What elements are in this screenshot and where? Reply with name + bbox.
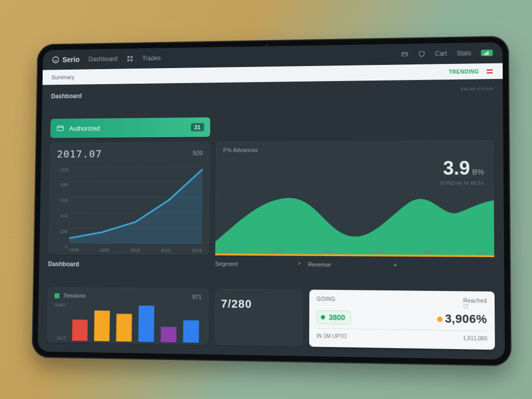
- bar-chart-card: Sessions 971 M467 M12: [47, 287, 209, 345]
- nav-trades[interactable]: Trades: [142, 55, 161, 62]
- logo-icon: [51, 56, 59, 64]
- divider: [316, 328, 487, 331]
- content: Dashboard SALES CYCLE Authorized 21: [37, 79, 504, 360]
- side-label: SALES CYCLE: [461, 86, 493, 91]
- card-icon[interactable]: [401, 50, 408, 58]
- svg-rect-19: [116, 314, 132, 342]
- wc-head-a: GOING: [316, 296, 335, 308]
- coin-icon: [437, 317, 443, 322]
- expand-icon[interactable]: [296, 261, 301, 267]
- bar-plot: [68, 303, 202, 343]
- revenue-card[interactable]: GOING Reached 3800 3,906%: [309, 289, 495, 350]
- nav-dashboard[interactable]: Dashboard: [88, 55, 117, 62]
- badge-value: 21: [191, 123, 204, 131]
- status-pill: [481, 49, 493, 56]
- mini-card-segment[interactable]: 7/280: [215, 289, 303, 347]
- svg-rect-1: [127, 56, 129, 58]
- bar-y-ticks: M467 M12: [52, 302, 66, 340]
- area-chart-card: F% Advances 3.9 B% STREAM IN BETA: [215, 140, 494, 257]
- svg-rect-5: [402, 52, 408, 56]
- line-plot: [69, 167, 203, 244]
- nav-stats[interactable]: Stats: [457, 49, 471, 57]
- area-plot: [215, 191, 494, 257]
- svg-rect-7: [486, 52, 487, 55]
- line-stat-sub: 509: [193, 150, 203, 157]
- mini2-change: ▲: [393, 262, 397, 267]
- svg-line-10: [71, 167, 203, 167]
- row-badge: Authorized 21: [50, 115, 494, 138]
- svg-line-11: [70, 182, 203, 182]
- wc-pill: 3800: [316, 310, 351, 324]
- svg-rect-6: [484, 53, 485, 55]
- authorized-badge[interactable]: Authorized 21: [50, 117, 210, 138]
- svg-rect-21: [161, 327, 177, 342]
- legend-chip-icon: [55, 293, 60, 298]
- brand-name: Serio: [62, 55, 79, 63]
- grid-icon: [126, 55, 134, 62]
- mini1-title: Segment: [215, 261, 238, 267]
- badge-label: Authorized: [69, 124, 100, 132]
- mini2-title: Revenue: [308, 261, 331, 268]
- row-bottom: Sessions 971 M467 M12: [47, 287, 495, 350]
- svg-rect-9: [57, 126, 63, 130]
- card-icon: [56, 124, 64, 132]
- svg-rect-17: [72, 320, 88, 341]
- nav-cart[interactable]: Cart: [435, 49, 447, 57]
- section-title-1: Dashboard: [51, 91, 210, 100]
- svg-rect-4: [130, 59, 132, 61]
- area-big-value: 3.9 B%: [443, 157, 484, 179]
- brand[interactable]: Serio: [51, 55, 79, 63]
- subbar-label[interactable]: Summary: [51, 74, 75, 80]
- line-chart-card: 2017.07 509 618 588 518 418 228 0: [48, 142, 210, 255]
- area-title: F% Advances: [223, 147, 258, 153]
- svg-rect-8: [487, 51, 488, 55]
- svg-rect-18: [94, 311, 110, 341]
- flag-icon[interactable]: [486, 69, 493, 73]
- bar-legend: Sessions: [55, 292, 86, 299]
- app-screen: Serio Dashboard Trades Cart Stats Summar…: [37, 42, 504, 360]
- line-stat-main: 2017.07: [57, 148, 102, 160]
- shield-icon[interactable]: [418, 50, 425, 57]
- row-charts: 2017.07 509 618 588 518 418 228 0: [48, 140, 494, 257]
- tablet-device: Serio Dashboard Trades Cart Stats Summar…: [32, 36, 512, 366]
- svg-rect-2: [130, 56, 132, 58]
- section-title-2: Dashboard: [48, 260, 209, 269]
- svg-point-0: [52, 57, 58, 63]
- wc-big: 3,906%: [437, 312, 487, 326]
- line-x-ticks: 1988 1993 2003 2012 2019: [69, 247, 202, 253]
- line-y-ticks: 618 588 518 418 228 0: [54, 167, 69, 249]
- wc-head-b: Reached: [463, 298, 487, 309]
- refresh-icon[interactable]: [463, 303, 469, 309]
- wc-foot-b: 1,811,060: [463, 335, 487, 341]
- svg-rect-22: [183, 320, 199, 342]
- trending-tag[interactable]: TRENDING: [449, 69, 479, 75]
- mini1-value: 7/280: [215, 295, 303, 318]
- svg-rect-3: [127, 59, 129, 61]
- row-section2-head: Dashboard Segment Revenue ▲: [48, 259, 495, 286]
- bar-value: 971: [192, 294, 202, 300]
- wc-foot-a: IN 1M UPTO: [316, 333, 347, 339]
- svg-rect-20: [138, 305, 154, 342]
- area-subnote: STREAM IN BETA: [440, 180, 484, 185]
